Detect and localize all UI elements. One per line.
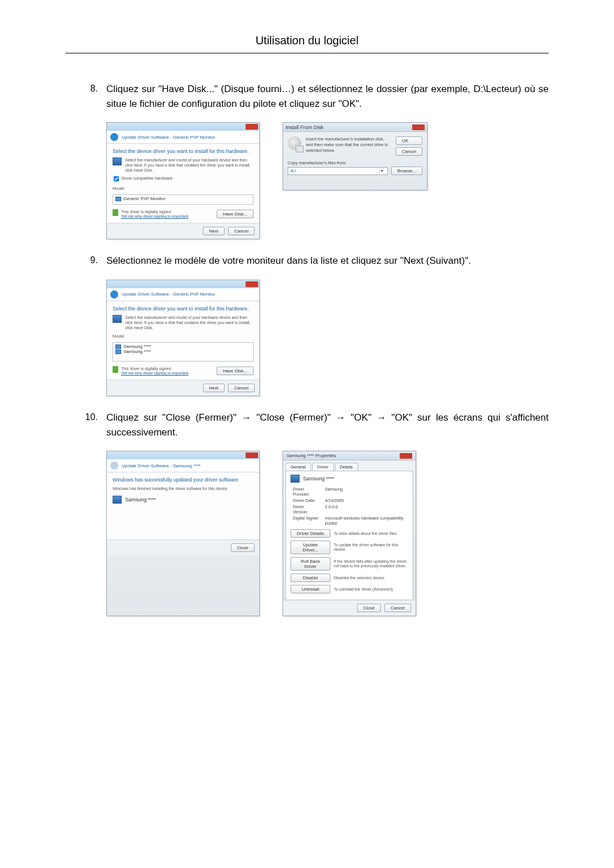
close-icon[interactable] — [412, 124, 425, 130]
step-8-text: Cliquez sur "Have Disk..." (Disque fourn… — [106, 82, 549, 111]
dialog-title: Update Driver Software - Generic PnP Mon… — [122, 135, 215, 140]
uninstall-desc: To uninstall the driver (Advanced). — [334, 587, 408, 592]
close-icon[interactable] — [246, 281, 258, 287]
next-button[interactable]: Next — [203, 227, 225, 235]
monitor-icon — [291, 475, 300, 483]
dialog-install-from-disk: Install From Disk Insert the manufacture… — [283, 122, 428, 190]
back-icon[interactable] — [110, 133, 118, 141]
shield-icon — [113, 209, 118, 216]
cancel-button[interactable]: Cancel — [384, 604, 411, 612]
dialog-header: Update Driver Software - Samsung **** — [107, 459, 259, 472]
success-heading: Windows has successfully updated your dr… — [113, 477, 254, 483]
page-title: Utilisation du logiciel — [65, 34, 549, 53]
date-value: 4/14/2005 — [323, 497, 408, 504]
dialog-heading: Select the device driver you want to ins… — [113, 306, 254, 312]
back-icon[interactable] — [110, 290, 118, 298]
model-label: Model — [113, 334, 254, 339]
driver-info-table: Driver Provider:Samsung Driver Date:4/14… — [291, 486, 408, 526]
compatible-checkbox[interactable] — [114, 176, 119, 181]
signed-text: This driver is digitally signed. — [121, 366, 188, 371]
monitor-icon — [113, 496, 122, 504]
tab-details[interactable]: Details — [335, 463, 358, 471]
disk-icon — [288, 136, 301, 150]
dialog-properties: Samsung **** Properties General Driver D… — [283, 451, 416, 616]
provider-label: Driver Provider: — [291, 486, 323, 497]
tab-driver[interactable]: Driver — [312, 463, 334, 471]
model-item-label: Samsung **** — [123, 344, 151, 349]
step-8-number: 8. — [65, 82, 106, 111]
close-icon[interactable] — [246, 124, 258, 130]
titlebar — [107, 280, 259, 288]
dialog-desc: Select the manufacturer and model of you… — [125, 315, 254, 330]
why-signing-link[interactable]: Tell me why driver signing is important — [121, 214, 188, 218]
cancel-button[interactable]: Cancel — [228, 227, 255, 235]
titlebar — [107, 451, 259, 459]
driver-details-button[interactable]: Driver Details — [291, 529, 330, 538]
titlebar — [107, 123, 259, 131]
step-10-number: 10. — [65, 410, 106, 439]
monitor-icon — [113, 157, 122, 165]
version-value: 2.0.0.0 — [323, 504, 408, 515]
close-button[interactable]: Close — [231, 543, 255, 552]
device-name: Samsung **** — [125, 497, 156, 502]
why-signing-link[interactable]: Tell me why driver signing is important — [121, 371, 188, 375]
step-9: 9. Sélectionnez le modèle de votre monit… — [65, 254, 549, 268]
cancel-button[interactable]: Cancel — [228, 384, 255, 392]
have-disk-button[interactable]: Have Disk... — [217, 367, 254, 375]
path-value: A:\ — [291, 168, 296, 173]
ifd-title: Install From Disk — [285, 124, 323, 130]
back-icon[interactable] — [110, 462, 118, 470]
chevron-down-icon[interactable]: ▾ — [379, 168, 385, 173]
model-list[interactable]: Samsung **** Samsung **** — [113, 342, 254, 362]
next-button[interactable]: Next — [203, 384, 225, 392]
path-combobox[interactable]: A:\ ▾ — [288, 167, 388, 175]
tab-general[interactable]: General — [285, 463, 311, 471]
ifd-message: Insert the manufacturer's installation d… — [306, 136, 391, 156]
close-icon[interactable] — [246, 452, 258, 458]
update-driver-desc: To update the driver software for this d… — [334, 543, 408, 553]
step-10: 10. Cliquez sur "Close (Fermer)" → "Clos… — [65, 410, 549, 439]
dialog-header: Update Driver Software - Generic PnP Mon… — [107, 131, 259, 144]
model-label: Model — [113, 186, 254, 191]
dialog-title: Update Driver Software - Generic PnP Mon… — [122, 292, 215, 297]
model-list[interactable]: Generic PnP Monitor — [113, 194, 254, 205]
cancel-button[interactable]: Cancel — [396, 147, 422, 156]
dialog-select-driver-2: Update Driver Software - Generic PnP Mon… — [106, 280, 260, 396]
compatible-label: Show compatible hardware — [121, 176, 172, 181]
monitor-icon — [113, 315, 122, 323]
close-icon[interactable] — [400, 453, 412, 459]
step-9-text: Sélectionnez le modèle de votre moniteur… — [106, 254, 549, 268]
rollback-driver-desc: If the device fails after updating the d… — [334, 559, 408, 569]
uninstall-button[interactable]: Uninstall — [291, 585, 330, 593]
disable-button[interactable]: Disable — [291, 574, 330, 582]
step-9-number: 9. — [65, 254, 106, 268]
dialog-heading: Select the device driver you want to ins… — [113, 148, 254, 154]
model-item[interactable]: Generic PnP Monitor — [115, 196, 251, 201]
signed-text: This driver is digitally signed. — [121, 209, 188, 214]
monitor-small-icon — [115, 344, 121, 349]
monitor-small-icon — [115, 350, 121, 354]
success-line: Windows has finished installing the driv… — [113, 486, 254, 491]
props-title: Samsung **** Properties — [287, 453, 336, 458]
shield-icon — [113, 366, 118, 373]
device-name: Samsung **** — [303, 476, 334, 481]
ok-button[interactable]: OK — [396, 136, 422, 145]
signer-label: Digital Signer: — [291, 515, 323, 526]
model-item-label: Samsung **** — [123, 349, 151, 354]
browse-button[interactable]: Browse... — [391, 167, 422, 175]
dialog-title: Update Driver Software - Samsung **** — [122, 463, 201, 468]
dialog-desc: Select the manufacturer and model of you… — [125, 157, 254, 173]
copy-from-label: Copy manufacturer's files from: — [283, 158, 427, 165]
close-button[interactable]: Close — [357, 604, 381, 612]
signer-value: microsoft windows hardware compatibility… — [323, 515, 408, 526]
driver-details-desc: To view details about the driver files. — [334, 531, 408, 536]
model-item[interactable]: Samsung **** — [115, 344, 251, 349]
date-label: Driver Date: — [291, 497, 323, 504]
have-disk-button[interactable]: Have Disk... — [217, 210, 254, 218]
rollback-driver-button[interactable]: Roll Back Driver — [291, 557, 330, 571]
step-10-text: Cliquez sur "Close (Fermer)" → "Close (F… — [106, 410, 549, 439]
model-item[interactable]: Samsung **** — [115, 349, 251, 354]
monitor-small-icon — [115, 197, 121, 201]
provider-value: Samsung — [323, 486, 408, 497]
update-driver-button[interactable]: Update Driver... — [291, 541, 330, 554]
